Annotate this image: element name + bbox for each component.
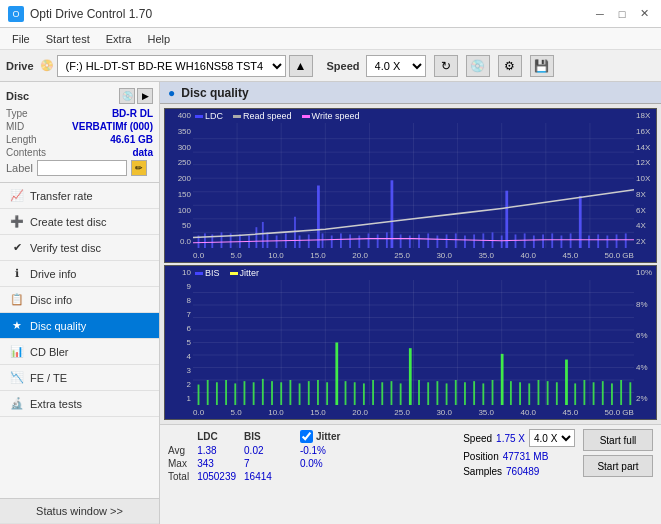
disc-type-label: Type: [6, 108, 28, 119]
svg-rect-132: [620, 380, 622, 405]
svg-rect-117: [482, 383, 484, 405]
menu-file[interactable]: File: [4, 31, 38, 47]
disc-icon-2[interactable]: ▶: [137, 88, 153, 104]
legend-read-speed: Read speed: [233, 111, 292, 121]
svg-rect-92: [253, 382, 255, 405]
sidebar-item-cd-bler[interactable]: 📊 CD Bler: [0, 339, 159, 365]
avg-label: Avg: [168, 444, 197, 457]
menu-start-test[interactable]: Start test: [38, 31, 98, 47]
disc-length-label: Length: [6, 134, 37, 145]
svg-rect-44: [418, 234, 420, 248]
svg-rect-91: [244, 381, 246, 405]
disc-length-value: 46.61 GB: [110, 134, 153, 145]
disc-icons: 💿 ▶: [119, 88, 153, 104]
speed-info: Speed 1.75 X 4.0 X 2.0 X Position 47731 …: [463, 429, 575, 477]
sidebar-item-transfer-rate[interactable]: 📈 Transfer rate: [0, 183, 159, 209]
svg-rect-95: [280, 382, 282, 405]
svg-rect-86: [198, 385, 200, 405]
titlebar: O Opti Drive Control 1.70 ─ □ ✕: [0, 0, 661, 28]
avg-bis: 0.02: [244, 444, 280, 457]
dq-title: Disc quality: [181, 86, 248, 100]
avg-spacer: [280, 444, 300, 457]
speed-select[interactable]: 4.0 X 2.0 X 1.0 X: [366, 55, 426, 77]
svg-rect-102: [345, 381, 347, 405]
legend-jitter: Jitter: [230, 268, 260, 278]
chart2-legend: BIS Jitter: [195, 268, 259, 278]
disc-mid-value: VERBATIMf (000): [72, 121, 153, 132]
disc-label-input[interactable]: [37, 160, 127, 176]
svg-rect-131: [611, 383, 613, 405]
sidebar-item-disc-quality[interactable]: ★ Disc quality: [0, 313, 159, 339]
close-button[interactable]: ✕: [635, 5, 653, 23]
minimize-button[interactable]: ─: [591, 5, 609, 23]
drive-select[interactable]: (F:) HL-DT-ST BD-RE WH16NS58 TST4: [57, 55, 286, 77]
status-window-button[interactable]: Status window >>: [0, 498, 159, 524]
svg-rect-122: [528, 383, 530, 405]
menu-extra[interactable]: Extra: [98, 31, 140, 47]
svg-rect-63: [588, 236, 590, 249]
disc-icon-1[interactable]: 💿: [119, 88, 135, 104]
svg-rect-38: [368, 233, 370, 248]
disc-button[interactable]: 💿: [466, 55, 490, 77]
svg-rect-30: [299, 236, 301, 249]
menubar: File Start test Extra Help: [0, 28, 661, 50]
svg-rect-90: [234, 383, 236, 405]
sidebar-item-verify-test-disc[interactable]: ✔ Verify test disc: [0, 235, 159, 261]
refresh-button[interactable]: ↻: [434, 55, 458, 77]
max-spacer: [280, 457, 300, 470]
total-label: Total: [168, 470, 197, 483]
svg-rect-42: [400, 234, 402, 248]
sidebar-item-drive-info[interactable]: ℹ Drive info: [0, 261, 159, 287]
max-jitter: 0.0%: [300, 457, 352, 470]
svg-rect-133: [629, 382, 631, 405]
disc-label-label: Label: [6, 162, 33, 174]
svg-rect-120: [510, 381, 512, 405]
stats-max-row: Max 343 7 0.0%: [168, 457, 352, 470]
total-spacer: [280, 470, 300, 483]
position-row: Position 47731 MB: [463, 451, 575, 462]
legend-bis: BIS: [195, 268, 220, 278]
label-edit-button[interactable]: ✏: [131, 160, 147, 176]
ldc-color: [195, 115, 203, 118]
menu-help[interactable]: Help: [139, 31, 178, 47]
sidebar-item-extra-tests[interactable]: 🔬 Extra tests: [0, 391, 159, 417]
svg-rect-53: [501, 236, 503, 249]
disc-quality-icon: ★: [10, 319, 24, 333]
sidebar-item-disc-info[interactable]: 📋 Disc info: [0, 287, 159, 313]
eject-button[interactable]: ▲: [289, 55, 313, 77]
svg-rect-109: [409, 348, 412, 405]
svg-rect-25: [262, 222, 264, 248]
svg-rect-104: [363, 383, 365, 405]
chart1-y-axis-left: 400 350 300 250 200 150 100 50 0.0: [165, 109, 193, 248]
svg-rect-115: [464, 382, 466, 405]
total-spacer2: [300, 470, 352, 483]
svg-rect-57: [533, 236, 535, 249]
svg-rect-99: [317, 380, 319, 405]
svg-rect-121: [519, 382, 521, 405]
chart2-y-axis-left: 10 9 8 7 6 5 4 3 2 1: [165, 266, 193, 405]
start-full-button[interactable]: Start full: [583, 429, 653, 451]
svg-rect-114: [455, 380, 457, 405]
sidebar-item-fe-te[interactable]: 📉 FE / TE: [0, 365, 159, 391]
svg-rect-54: [505, 191, 508, 248]
save-button[interactable]: 💾: [530, 55, 554, 77]
sidebar-item-create-test-disc[interactable]: ➕ Create test disc: [0, 209, 159, 235]
legend-ldc: LDC: [195, 111, 223, 121]
svg-rect-107: [391, 381, 393, 405]
col-spacer: [280, 429, 300, 444]
col-jitter-check: Jitter: [300, 429, 352, 444]
svg-rect-103: [354, 382, 356, 405]
sidebar-item-label: Transfer rate: [30, 190, 93, 202]
svg-rect-87: [207, 380, 209, 405]
drive-label: Drive: [6, 60, 34, 72]
maximize-button[interactable]: □: [613, 5, 631, 23]
chart-bis: BIS Jitter 10 9 8 7 6 5 4 3: [164, 265, 657, 420]
svg-rect-94: [271, 381, 273, 405]
settings-button[interactable]: ⚙: [498, 55, 522, 77]
jitter-checkbox[interactable]: [300, 430, 313, 443]
speed-dropdown[interactable]: 4.0 X 2.0 X: [529, 429, 575, 447]
start-part-button[interactable]: Start part: [583, 455, 653, 477]
disc-type-row: Type BD-R DL: [6, 108, 153, 119]
col-empty: [168, 429, 197, 444]
col-bis: BIS: [244, 429, 280, 444]
